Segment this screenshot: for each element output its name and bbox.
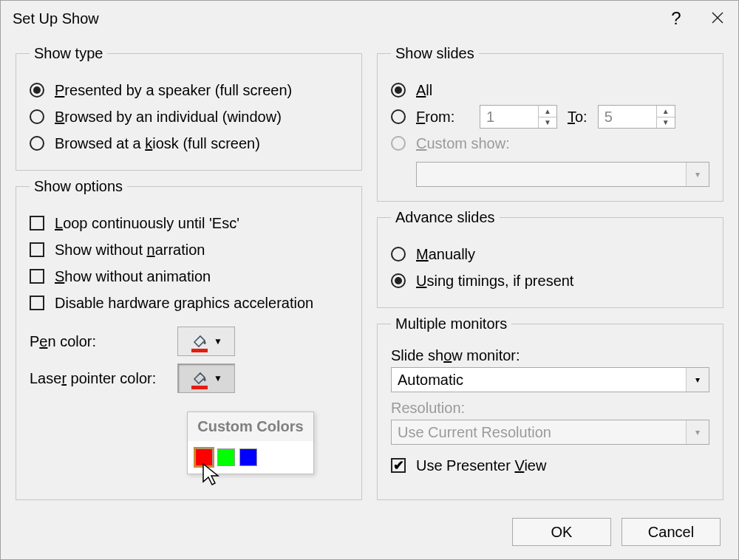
radio-custom-show: Custom show: (391, 130, 709, 157)
radio-icon (391, 136, 406, 151)
radio-label: All (416, 82, 432, 99)
radio-from-to[interactable]: From: 1 ▲ ▼ To: 5 ▲ ▼ (391, 103, 709, 130)
resolution-combo: Use Current Resolution ▾ (391, 420, 709, 445)
setup-show-dialog: Set Up Show ? Show type Presented by a s… (0, 0, 739, 560)
monitor-combo[interactable]: Automatic ▾ (391, 367, 709, 392)
pen-color-button[interactable]: ▼ (177, 327, 235, 356)
radio-label: Presented by a speaker (full screen) (55, 82, 292, 99)
from-label: From: (416, 109, 469, 126)
radio-browsed-kiosk[interactable]: Browsed at a kiosk (full screen) (30, 130, 348, 157)
dialog-body: Show type Presented by a speaker (full s… (16, 45, 723, 508)
close-icon (711, 8, 724, 29)
radio-label: Browsed at a kiosk (full screen) (55, 135, 260, 152)
checkbox-icon: ✔ (391, 458, 406, 473)
from-value: 1 (480, 106, 538, 128)
check-no-narration[interactable]: Show without narration (30, 236, 348, 263)
from-spinner[interactable]: 1 ▲ ▼ (480, 105, 557, 129)
check-label: Disable hardware graphics acceleration (55, 295, 313, 312)
pen-color-label: Pen color: (30, 333, 170, 350)
chevron-down-icon: ▼ (214, 336, 222, 346)
show-slides-group: Show slides All From: 1 ▲ ▼ T (377, 45, 723, 202)
advance-legend: Advance slides (391, 209, 500, 226)
chevron-down-icon[interactable]: ▼ (539, 117, 556, 129)
combo-text: Automatic (392, 372, 686, 389)
paint-bucket-icon (190, 369, 209, 388)
radio-presented-speaker[interactable]: Presented by a speaker (full screen) (30, 77, 348, 103)
check-no-animation[interactable]: Show without animation (30, 263, 348, 290)
checkbox-icon (30, 269, 44, 284)
custom-show-combo: ▾ (416, 162, 709, 187)
chevron-down-icon[interactable]: ▾ (686, 368, 709, 392)
dialog-title: Set Up Show (13, 10, 655, 27)
to-label: To: (568, 109, 588, 126)
swatch-blue[interactable] (239, 448, 257, 466)
radio-all-slides[interactable]: All (391, 77, 709, 103)
button-label: OK (551, 524, 573, 541)
right-column: Show slides All From: 1 ▲ ▼ T (377, 45, 723, 508)
checkbox-icon (30, 242, 44, 257)
check-label: Use Presenter View (416, 457, 546, 474)
monitor-label: Slide show monitor: (391, 347, 709, 364)
check-loop[interactable]: Loop continuously until 'Esc' (30, 210, 348, 236)
chevron-up-icon[interactable]: ▲ (539, 106, 556, 117)
to-spinner[interactable]: 5 ▲ ▼ (598, 105, 675, 129)
paint-bucket-icon (190, 332, 209, 351)
check-presenter-view[interactable]: ✔ Use Presenter View (391, 452, 709, 479)
chevron-up-icon[interactable]: ▲ (657, 106, 675, 117)
show-options-legend: Show options (30, 178, 127, 195)
radio-icon (30, 136, 44, 151)
ok-button[interactable]: OK (512, 518, 611, 546)
laser-color-button[interactable]: ▼ (177, 363, 235, 393)
check-label: Show without narration (55, 242, 205, 259)
close-button[interactable] (697, 1, 738, 36)
advance-slides-group: Advance slides Manually Using timings, i… (377, 209, 723, 308)
spinner-arrows[interactable]: ▲ ▼ (538, 106, 556, 128)
spinner-arrows[interactable]: ▲ ▼ (656, 106, 675, 128)
chevron-down-icon: ▾ (686, 420, 709, 444)
radio-icon (30, 109, 44, 124)
combo-text: Use Current Resolution (392, 424, 686, 441)
titlebar: Set Up Show ? (1, 1, 738, 36)
laser-color-row: Laser pointer color: ▼ (30, 363, 348, 393)
radio-label: Custom show: (416, 135, 510, 152)
show-type-legend: Show type (30, 45, 107, 62)
radio-icon (30, 83, 44, 98)
checkbox-icon (30, 296, 44, 310)
radio-browsed-individual[interactable]: Browsed by an individual (window) (30, 103, 348, 130)
chevron-down-icon: ▾ (686, 163, 709, 186)
resolution-label: Resolution: (391, 400, 709, 417)
check-label: Show without animation (55, 268, 211, 285)
show-type-group: Show type Presented by a speaker (full s… (16, 45, 362, 171)
check-disable-hw[interactable]: Disable hardware graphics acceleration (30, 290, 348, 316)
monitors-legend: Multiple monitors (391, 315, 511, 332)
chevron-down-icon: ▼ (214, 373, 222, 383)
radio-icon (391, 273, 406, 288)
radio-label: Browsed by an individual (window) (55, 109, 282, 126)
chevron-down-icon[interactable]: ▼ (657, 117, 675, 129)
help-button[interactable]: ? (655, 1, 697, 36)
radio-label: Using timings, if present (416, 273, 573, 290)
dialog-footer: OK Cancel (512, 518, 721, 546)
custom-show-combo-row: ▾ (416, 161, 709, 188)
radio-icon (391, 83, 406, 98)
checkbox-icon (30, 216, 44, 231)
pen-color-row: Pen color: ▼ (30, 327, 348, 356)
popup-title: Custom Colors (188, 412, 313, 441)
radio-icon (391, 247, 406, 262)
help-icon: ? (671, 8, 681, 29)
radio-icon (391, 109, 406, 124)
show-slides-legend: Show slides (391, 45, 479, 62)
laser-color-label: Laser pointer color: (30, 370, 170, 387)
to-value: 5 (599, 106, 656, 128)
radio-using-timings[interactable]: Using timings, if present (391, 267, 709, 294)
cancel-button[interactable]: Cancel (621, 518, 721, 546)
multiple-monitors-group: Multiple monitors Slide show monitor: Au… (377, 315, 723, 500)
check-label: Loop continuously until 'Esc' (55, 215, 239, 232)
radio-label: Manually (416, 246, 475, 263)
mouse-cursor-icon (202, 462, 222, 491)
radio-manually[interactable]: Manually (391, 241, 709, 267)
button-label: Cancel (648, 524, 694, 541)
